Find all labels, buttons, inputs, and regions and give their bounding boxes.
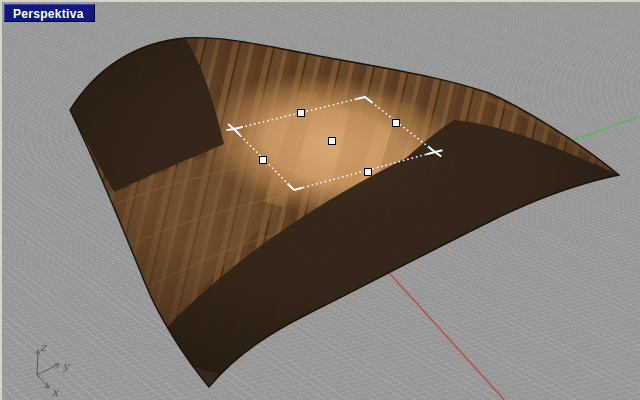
cplane-y-axis <box>570 115 640 141</box>
gizmo-z-axis <box>37 351 38 375</box>
viewport-title-tab[interactable]: Perspektiva <box>4 4 95 22</box>
gizmo-x-axis <box>37 375 49 388</box>
viewport-title: Perspektiva <box>13 7 84 21</box>
control-point-handle[interactable] <box>365 169 372 176</box>
world-axis-gizmo: z y x <box>36 341 71 399</box>
gizmo-y-axis <box>37 364 59 375</box>
wood-surface-object[interactable] <box>2 2 640 400</box>
gizmo-x-label: x <box>52 386 60 399</box>
control-point-handle[interactable] <box>393 120 400 127</box>
edge-shading-vignette <box>2 2 640 387</box>
control-point-handle[interactable] <box>260 157 267 164</box>
control-point-handle[interactable] <box>298 110 305 117</box>
cplane-x-axis <box>382 265 508 400</box>
gizmo-z-label: z <box>40 341 47 354</box>
control-point-handle[interactable] <box>329 138 336 145</box>
scene-canvas: z y x <box>2 2 640 400</box>
gizmo-y-label: y <box>62 360 71 373</box>
perspective-viewport[interactable]: z y x Perspektiva <box>0 0 640 400</box>
